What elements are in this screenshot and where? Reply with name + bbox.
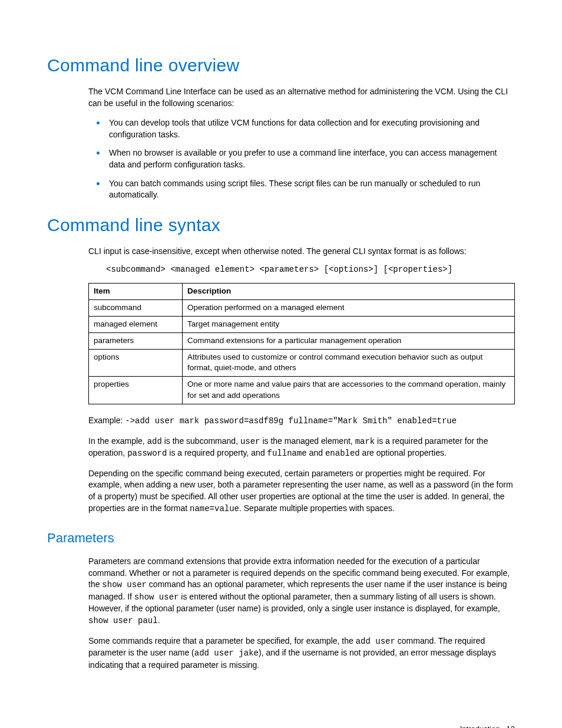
footer-page-number: 13	[507, 724, 515, 728]
table-row: parameters Command extensions for a part…	[89, 332, 515, 349]
syntax-format-code: <subcommand> <managed element> <paramete…	[106, 264, 515, 276]
page-footer: Introduction 13	[47, 724, 515, 728]
table-cell: properties	[89, 377, 183, 404]
table-cell: subcommand	[89, 299, 183, 316]
list-item: You can batch commands using script file…	[106, 177, 515, 201]
parameters-paragraph-1: Parameters are command extensions that p…	[88, 556, 515, 627]
parameters-paragraph-2: Some commands require that a parameter b…	[88, 635, 515, 671]
example-line: Example: ->add user mark password=asdf89…	[88, 415, 515, 427]
table-cell: Attributes used to customize or control …	[183, 349, 515, 377]
example-label: Example:	[88, 416, 125, 425]
table-cell: options	[89, 349, 183, 377]
table-row: subcommand Operation performed on a mana…	[89, 299, 515, 316]
table-cell: Operation performed on a managed element	[183, 299, 515, 316]
heading-parameters: Parameters	[47, 529, 515, 548]
list-item: When no browser is available or you pref…	[106, 146, 515, 170]
table-cell: Command extensions for a particular mana…	[183, 332, 515, 349]
footer-section: Introduction	[460, 724, 500, 728]
table-cell: Target management entity	[183, 316, 515, 332]
heading-overview: Command line overview	[47, 53, 515, 78]
syntax-intro: CLI input is case-insensitive, except wh…	[88, 246, 515, 258]
overview-bullet-list: You can develop tools that utilize VCM f…	[88, 116, 515, 201]
syntax-table: Item Description subcommand Operation pe…	[88, 283, 515, 404]
table-header-description: Description	[183, 283, 515, 299]
example-code: ->add user mark password=asdf89g fullnam…	[125, 416, 457, 426]
list-item: You can develop tools that utilize VCM f…	[106, 116, 515, 140]
overview-intro: The VCM Command Line Interface can be us…	[88, 86, 515, 109]
table-row: options Attributes used to customize or …	[89, 349, 515, 377]
table-row: managed element Target management entity	[89, 316, 515, 332]
example-explanation-1: In the example, add is the subcommand, u…	[88, 436, 515, 460]
table-cell: One or more name and value pairs that ar…	[183, 377, 515, 404]
table-cell: parameters	[89, 332, 183, 349]
table-header-row: Item Description	[89, 283, 515, 299]
heading-syntax: Command line syntax	[47, 213, 515, 238]
table-row: properties One or more name and value pa…	[89, 377, 515, 404]
example-explanation-2: Depending on the specific command being …	[88, 468, 515, 515]
table-cell: managed element	[89, 316, 183, 332]
table-header-item: Item	[89, 283, 183, 299]
